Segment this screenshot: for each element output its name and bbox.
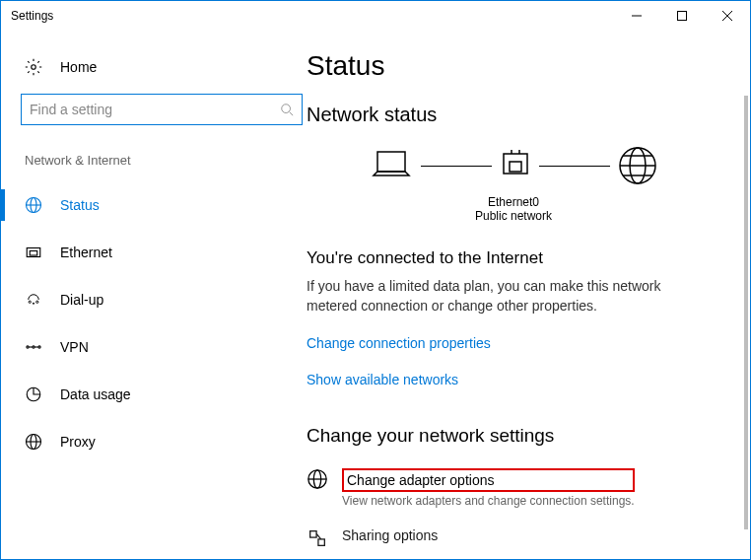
scrollbar[interactable] [744,96,748,529]
globe-icon [25,196,42,214]
svg-point-17 [38,346,40,348]
maximize-button[interactable] [659,1,705,31]
page-title: Status [307,50,720,82]
svg-rect-25 [504,154,527,174]
svg-point-5 [282,105,291,113]
diagram-line [421,166,492,167]
connected-heading: You're connected to the Internet [307,248,720,268]
svg-point-13 [36,301,38,303]
sidebar-item-proxy[interactable]: Proxy [21,418,307,465]
network-diagram [307,144,720,187]
search-box[interactable] [21,94,303,125]
laptop-icon [368,146,415,185]
sidebar-group-label: Network & Internet [21,153,307,168]
svg-point-16 [33,346,34,348]
adapter-name: Ethernet0 [307,195,720,209]
change-settings-heading: Change your network settings [307,425,720,447]
svg-rect-26 [510,162,521,172]
proxy-icon [25,433,42,451]
sharing-options-icon [307,527,328,549]
option-label: Change adapter options [347,472,494,488]
connected-description: If you have a limited data plan, you can… [307,276,681,316]
content-area: Home Network & Internet Status Ether [1,31,750,559]
sharing-options[interactable]: Sharing options [307,527,720,549]
highlight-box: Change adapter options [342,468,635,492]
adapter-icon [498,148,533,183]
window-controls [614,1,750,31]
diagram-label: Ethernet0 Public network [307,195,720,223]
window-title: Settings [11,9,614,23]
home-label: Home [60,59,97,75]
internet-globe-icon [616,144,659,187]
search-icon [280,103,294,116]
svg-point-14 [33,303,34,304]
data-usage-icon [25,385,42,403]
change-adapter-options[interactable]: Change adapter options View network adap… [307,468,720,508]
network-profile: Public network [307,209,720,223]
sidebar-item-label: Ethernet [60,245,112,260]
sidebar-item-dialup[interactable]: Dial-up [21,276,307,323]
titlebar: Settings [1,1,750,31]
svg-line-37 [316,533,321,539]
sidebar: Home Network & Internet Status Ether [1,31,307,559]
svg-point-12 [29,301,31,303]
svg-rect-36 [318,539,324,545]
sidebar-item-label: Proxy [60,434,96,450]
sidebar-item-status[interactable]: Status [21,181,307,229]
svg-point-15 [27,346,29,348]
option-label: Sharing options [342,527,438,543]
sidebar-item-ethernet[interactable]: Ethernet [21,229,307,276]
show-available-networks-link[interactable]: Show available networks [307,372,458,387]
svg-rect-24 [377,152,405,172]
gear-icon [25,58,42,76]
change-connection-properties-link[interactable]: Change connection properties [307,335,491,351]
sidebar-item-datausage[interactable]: Data usage [21,371,307,418]
sidebar-item-label: VPN [60,339,89,355]
ethernet-icon [25,244,42,261]
close-button[interactable] [705,1,750,31]
settings-window: Settings Home Network & Internet [0,0,751,560]
network-status-heading: Network status [307,104,720,126]
svg-point-4 [32,65,36,70]
vpn-icon [25,338,42,356]
svg-rect-1 [678,12,687,21]
sidebar-item-label: Dial-up [60,292,103,308]
dialup-icon [25,291,42,309]
diagram-line [539,166,610,167]
main-pane: Status Network status Ethernet0 Public n… [307,31,750,559]
sidebar-item-label: Data usage [60,386,131,402]
svg-rect-35 [310,530,316,536]
minimize-button[interactable] [614,1,659,31]
svg-line-6 [290,112,294,116]
svg-rect-11 [30,251,37,256]
search-input[interactable] [30,102,280,117]
sidebar-item-label: Status [60,197,100,213]
home-button[interactable]: Home [21,50,307,94]
option-description: View network adapters and change connect… [342,494,635,508]
adapter-options-icon [307,468,328,490]
sidebar-item-vpn[interactable]: VPN [21,323,307,371]
